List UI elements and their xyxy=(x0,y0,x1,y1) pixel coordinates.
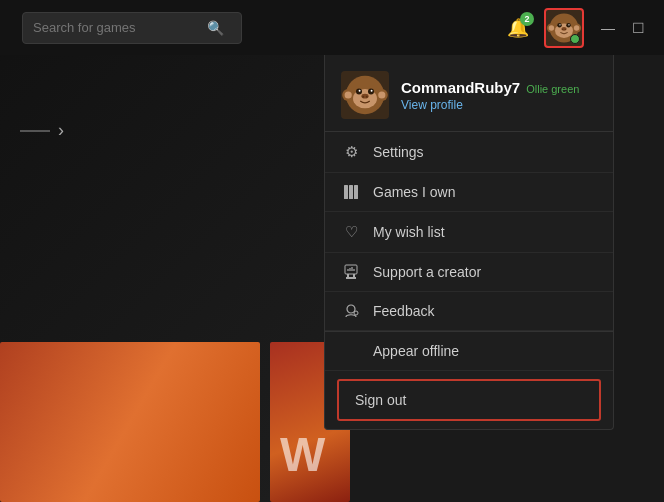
svg-point-17 xyxy=(378,91,385,98)
svg-point-24 xyxy=(362,96,364,98)
svg-rect-28 xyxy=(354,185,358,199)
header-bar: 🔍 🔔 2 xyxy=(0,0,664,55)
svg-point-12 xyxy=(565,28,566,29)
notification-badge: 2 xyxy=(520,12,534,26)
notifications-button[interactable]: 🔔 2 xyxy=(500,10,536,46)
wishlist-icon: ♡ xyxy=(341,223,361,241)
svg-rect-27 xyxy=(349,185,353,199)
support-icon xyxy=(341,264,361,280)
svg-point-21 xyxy=(359,90,361,92)
monkey-avatar-icon xyxy=(546,10,582,46)
svg-point-37 xyxy=(347,305,355,313)
menu-item-settings[interactable]: ⚙ Settings xyxy=(325,132,613,173)
profile-status: Ollie green xyxy=(526,83,579,95)
nav-line xyxy=(20,130,50,132)
menu-item-games-own[interactable]: Games I own xyxy=(325,173,613,212)
feedback-label: Feedback xyxy=(373,303,434,319)
wish-list-label: My wish list xyxy=(373,224,445,240)
support-label: Support a creator xyxy=(373,264,481,280)
profile-info: CommandRuby7 Ollie green View profile xyxy=(401,79,579,112)
profile-monkey-icon xyxy=(341,71,389,119)
svg-point-2 xyxy=(549,25,554,30)
svg-point-4 xyxy=(574,25,579,30)
profile-section: CommandRuby7 Ollie green View profile xyxy=(325,55,613,132)
settings-label: Settings xyxy=(373,144,424,160)
svg-point-15 xyxy=(345,91,352,98)
svg-rect-29 xyxy=(345,265,357,274)
svg-point-9 xyxy=(568,24,569,25)
settings-icon: ⚙ xyxy=(341,143,361,161)
search-box[interactable]: 🔍 xyxy=(22,12,242,44)
profile-username: CommandRuby7 xyxy=(401,79,520,96)
sign-out-button[interactable]: Sign out xyxy=(337,379,601,421)
minimize-button[interactable]: — xyxy=(594,14,622,42)
search-icon: 🔍 xyxy=(207,20,224,36)
svg-point-8 xyxy=(559,24,560,25)
navigation-controls: › xyxy=(0,120,84,141)
game-thumbnail-1 xyxy=(0,342,260,502)
svg-line-39 xyxy=(354,311,355,312)
menu-item-wish-list[interactable]: ♡ My wish list xyxy=(325,212,613,253)
games-icon xyxy=(341,184,361,200)
feedback-icon xyxy=(341,303,361,319)
signout-label: Sign out xyxy=(355,392,406,408)
svg-point-25 xyxy=(366,96,368,98)
svg-point-22 xyxy=(371,90,373,92)
search-input[interactable] xyxy=(33,20,203,35)
svg-rect-26 xyxy=(344,185,348,199)
menu-item-offline[interactable]: Appear offline xyxy=(325,332,613,371)
view-profile-link[interactable]: View profile xyxy=(401,98,579,112)
menu-item-support[interactable]: Support a creator xyxy=(325,253,613,292)
nav-next-button[interactable]: › xyxy=(58,120,64,141)
user-avatar-button[interactable] xyxy=(544,8,584,48)
user-dropdown-menu: CommandRuby7 Ollie green View profile ⚙ … xyxy=(324,55,614,430)
profile-avatar xyxy=(341,71,389,119)
svg-rect-32 xyxy=(346,277,356,279)
games-own-label: Games I own xyxy=(373,184,455,200)
maximize-button[interactable]: ☐ xyxy=(624,14,652,42)
offline-label: Appear offline xyxy=(373,343,459,359)
svg-point-11 xyxy=(562,28,563,29)
menu-item-feedback[interactable]: Feedback xyxy=(325,292,613,331)
